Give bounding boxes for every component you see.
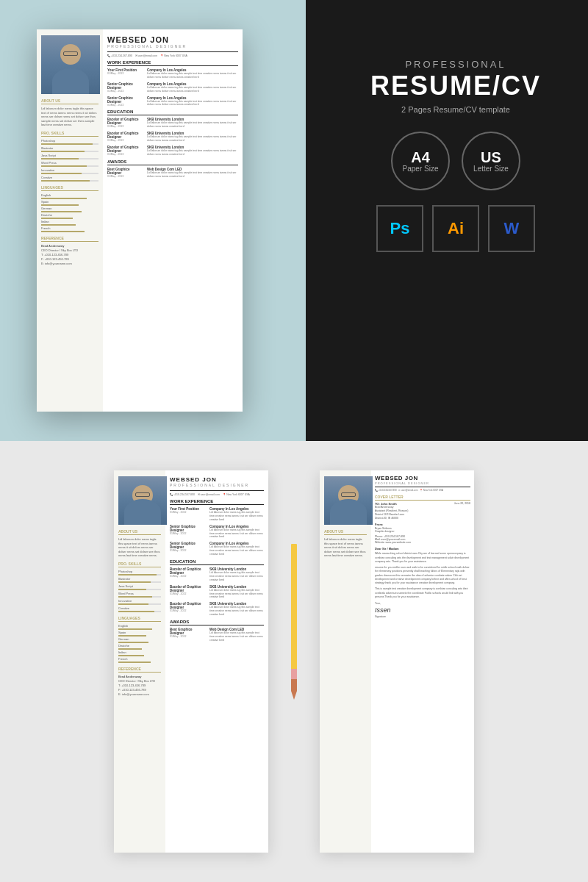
about-title: ABOUT US <box>41 98 98 104</box>
about-text: Lid laborum dolor nams tugla this space … <box>41 107 98 127</box>
us-label: Letter Size <box>473 165 509 173</box>
work-exp-header: WORK EXPERIENCE <box>107 60 238 66</box>
profile-photo <box>41 35 100 94</box>
resume-profession: PROFESSIONAL DESIGNER <box>107 44 238 49</box>
us-letter: US <box>481 150 501 165</box>
us-badge: US Letter Size <box>462 132 520 190</box>
resume-preview-small-2: ABOUT US Lid laborum dolor nams tugla th… <box>320 470 474 853</box>
small-main-1: WEBSED JON PROFESSIONAL DESIGNER 📞 +010-… <box>165 470 268 853</box>
awards-header: AWARDS <box>107 159 238 165</box>
info-panel: PROFESSIONAL RESUME/CV 2 Pages Resume/CV… <box>353 59 559 252</box>
small-sidebar-2: ABOUT US Lid laborum dolor nams tugla th… <box>320 470 371 853</box>
skills-title: PRO. SKILLS <box>41 131 98 137</box>
software-badges: Ps Ai W <box>353 205 559 252</box>
word-badge: W <box>488 205 535 252</box>
small-sidebar-1: ABOUT US Lid laborum dolor nams tugla th… <box>114 470 165 853</box>
languages-title: LINGUAGES <box>41 185 98 191</box>
resume-preview-small-1: ABOUT US Lid laborum dolor nams tugla th… <box>114 470 268 853</box>
pencil-decoration <box>283 544 305 691</box>
contact-row: 📞 +010-234-567-890 ✉ user@email.com 📍 Ne… <box>107 54 238 57</box>
professional-label: PROFESSIONAL <box>353 59 559 70</box>
a4-label: Paper Size <box>403 165 439 173</box>
small-photo-1 <box>118 476 167 525</box>
education-header: EDUCATION <box>107 110 238 115</box>
reference-title: REFERENCE <box>41 236 98 242</box>
photoshop-badge: Ps <box>376 205 423 252</box>
resume-preview-card: ABOUT US Lid laborum dolor nams tugla th… <box>37 29 243 412</box>
illustrator-badge: Ai <box>432 205 479 252</box>
a4-letter: A4 <box>411 150 430 165</box>
resume-name: WEBSED JON <box>107 35 238 44</box>
resume-main: WEBSED JON PROFESSIONAL DESIGNER 📞 +010-… <box>103 29 243 412</box>
small-photo-2 <box>324 476 373 525</box>
resume-cv-title: RESUME/CV <box>353 73 559 99</box>
cover-letter-main: WEBSED JON PROFESSIONAL DESIGNER 📞 +010-… <box>371 470 474 853</box>
pages-subtitle: 2 Pages Resume/CV template <box>353 105 559 114</box>
bottom-section: ABOUT US Lid laborum dolor nams tugla th… <box>0 441 588 882</box>
top-section: ABOUT US Lid laborum dolor nams tugla th… <box>0 0 588 441</box>
resume-sidebar: ABOUT US Lid laborum dolor nams tugla th… <box>37 29 103 412</box>
paper-sizes-container: A4 Paper Size US Letter Size <box>353 132 559 190</box>
a4-badge: A4 Paper Size <box>391 132 450 190</box>
